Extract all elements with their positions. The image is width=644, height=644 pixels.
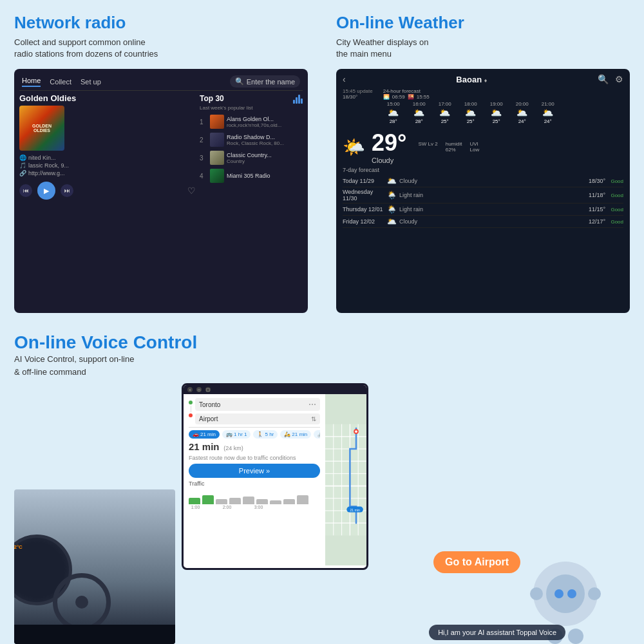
humidity-val: 62%: [446, 147, 462, 153]
section-weather: On-line Weather City Weather displays on…: [322, 0, 644, 322]
globe-icon: 🌐: [19, 155, 26, 161]
nav-left-panel: Toronto ⋯ Airport ⇅ 🚗 21 m: [184, 394, 325, 565]
weather-range: 18/30°: [343, 94, 373, 100]
route-bike[interactable]: 🚲: [314, 430, 320, 439]
radio-info-2: 🎵 lassic Rock, 9...: [19, 162, 196, 169]
weather-header: ‹ Baoan ♦ 🔍 ⚙: [343, 74, 623, 84]
item-genre-1: rock,rock'n'roll,70s,old...: [227, 122, 291, 128]
forecast-16: 16:00 🌥️ 28°: [409, 101, 430, 124]
nav-to-text: Airport: [199, 415, 308, 422]
top30-subtitle: Last week's popular list: [200, 105, 303, 111]
nav-time-info: 21 min (24 km): [189, 441, 320, 452]
traffic-time-labels: 1:00 2:00 3:00: [189, 505, 320, 509]
tbar4: [229, 498, 241, 504]
uvi-val: Low: [469, 147, 479, 153]
play-button[interactable]: ▶: [37, 182, 55, 200]
dashboard-bar: [14, 625, 175, 644]
favorite-button[interactable]: ♡: [187, 185, 196, 196]
tbar9: [297, 495, 308, 504]
back-icon[interactable]: ‹: [343, 74, 346, 84]
item-info-4: Miami 305 Radio: [227, 173, 303, 179]
radio-search[interactable]: 🔍 Enter the name: [230, 75, 300, 88]
radio-info-3: 🔗 http://www.g...: [19, 170, 196, 176]
page-wrapper: Network radio Collect and support common…: [0, 0, 644, 644]
forecast-18: 18:00 🌥️ 25°: [460, 101, 481, 124]
item-info-3: Classic Country... Country: [227, 152, 303, 164]
radio-nav-setup[interactable]: Set up: [80, 78, 101, 86]
radio-nav: Home Collect Set up 🔍 Enter the name: [19, 74, 303, 91]
weather-condition: Cloudy: [372, 156, 406, 164]
radio-controls: ⏮ ▶ ⏭ ♡: [19, 182, 196, 200]
item-genre-3: Country: [227, 158, 291, 164]
weather-desc: City Weather displays onthe main menu: [336, 37, 630, 60]
top30-item-4[interactable]: 4 Miami 305 Radio: [200, 167, 303, 184]
tbar8: [283, 499, 295, 504]
weather-title: On-line Weather: [336, 13, 630, 33]
tbar5: [243, 497, 254, 504]
route-bus[interactable]: 🚌 1 hr 1: [222, 430, 251, 439]
route-car[interactable]: 🚗 21 min: [189, 430, 220, 439]
radio-info-list: 🌐 nited Kin... 🎵 lassic Rock, 9... 🔗 htt…: [19, 155, 196, 176]
next-button[interactable]: ⏭: [61, 184, 73, 197]
hourly-forecast: 15:00 🌥️ 28° 16:00 🌥️ 28° 17:00 🌥️: [383, 101, 558, 124]
nav-route-dots: [189, 398, 193, 417]
route-start-dot: [189, 401, 193, 404]
item-thumb-3: [210, 151, 224, 165]
radio-nav-collect[interactable]: Collect: [50, 78, 71, 86]
radio-content: Golden Oldies GOLDENOLDIES 🌐 nited Kin..…: [19, 93, 303, 308]
radio-info-1: 🌐 nited Kin...: [19, 155, 196, 161]
nav-time-big: 21 min: [189, 441, 220, 452]
item-thumb-2: [210, 133, 224, 147]
nav-to-input[interactable]: Airport ⇅: [195, 413, 320, 424]
nav-divider-1: [189, 427, 320, 428]
radio-left: Golden Oldies GOLDENOLDIES 🌐 nited Kin..…: [19, 93, 196, 308]
preview-button[interactable]: Preview »: [189, 464, 320, 478]
forecast-19: 19:00 🌥️ 25°: [486, 101, 507, 124]
settings-weather-icon[interactable]: ⚙: [615, 74, 623, 84]
nav-from-input[interactable]: Toronto ⋯: [195, 398, 320, 411]
route-end-dot: [189, 413, 193, 417]
sunrise-icon: 🌅: [383, 94, 390, 100]
radio-nav-home[interactable]: Home: [22, 77, 41, 87]
tbar1: [189, 498, 200, 504]
map-svg: 21 min: [325, 394, 366, 565]
nav-screen: ‹ ○ □ T: [182, 383, 368, 570]
top30-item-1[interactable]: 1 Alans Golden Ol... rock,rock'n'roll,70…: [200, 113, 303, 130]
robot-body: [533, 562, 598, 626]
route-scooter[interactable]: 🛵 21 min: [280, 430, 311, 439]
nav-square-btn[interactable]: □: [205, 387, 211, 392]
traffic-label: Traffic: [189, 480, 320, 487]
nav-back-btn[interactable]: ‹: [187, 387, 193, 392]
route-walk[interactable]: 🚶 5 hr: [253, 430, 278, 439]
search-placeholder: Enter the name: [247, 78, 295, 86]
nav-more-icon[interactable]: ⋯: [308, 400, 316, 409]
tbar3: [216, 499, 227, 504]
search-weather-icon[interactable]: 🔍: [598, 74, 609, 84]
day-thursday: Thursday 12/01 🌦️ Light rain 11/15° Good: [343, 204, 623, 216]
radio-right: Top 30 Last week's popular list 1: [200, 93, 303, 308]
nav-home-btn[interactable]: ○: [196, 387, 202, 392]
top30-item-2[interactable]: 2 Radio Shadow D... Rock, Classic Rock, …: [200, 131, 303, 148]
bar4: [301, 99, 303, 104]
item-name-4: Miami 305 Radio: [227, 173, 291, 179]
svg-point-14: [355, 430, 357, 433]
link-icon: 🔗: [19, 170, 26, 176]
top30-item-3[interactable]: 3 Classic Country... Country: [200, 149, 303, 166]
robot-foot-right: [568, 629, 583, 644]
traffic-bars: [189, 489, 320, 504]
nav-body: Toronto ⋯ Airport ⇅ 🚗 21 m: [184, 394, 366, 565]
swap-icon[interactable]: ⇅: [311, 415, 316, 422]
sunset-icon: 🌇: [408, 94, 414, 100]
weather-update: 15:45 update: [343, 88, 373, 94]
item-thumb-1: [210, 115, 224, 129]
nav-from-text: Toronto: [199, 401, 306, 408]
robot-ear-right: [588, 587, 601, 600]
nav-distance: (24 km): [223, 445, 243, 451]
prev-button[interactable]: ⏮: [19, 184, 32, 197]
search-icon: 🔍: [235, 77, 244, 86]
section-radio: Network radio Collect and support common…: [0, 0, 322, 322]
forecast-15: 15:00 🌥️ 28°: [383, 101, 404, 124]
weather-temp: 29°: [372, 129, 406, 156]
fastest-note: Fastest route now due to traffic conditi…: [189, 455, 320, 461]
weather-screen: ‹ Baoan ♦ 🔍 ⚙ 15:45 update 18/30° 24-hou…: [336, 69, 630, 313]
